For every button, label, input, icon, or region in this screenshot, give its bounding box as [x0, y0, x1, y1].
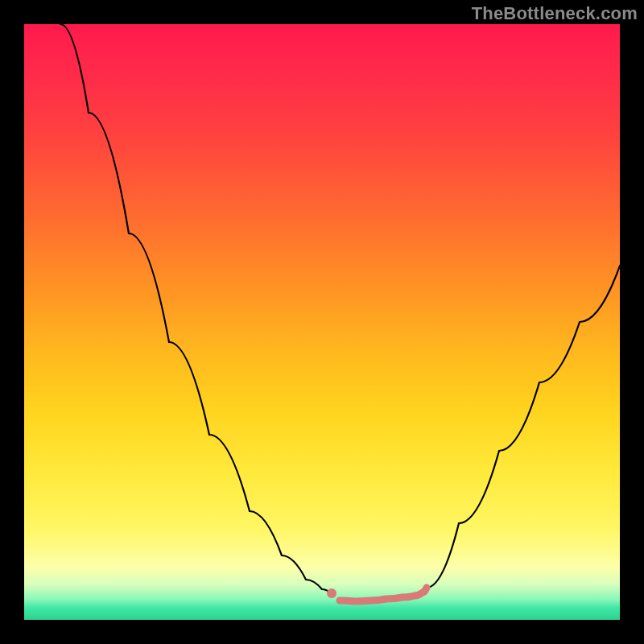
watermark-text: TheBottleneck.com	[472, 3, 638, 24]
curve-right	[427, 266, 620, 588]
flat-segment	[340, 588, 427, 601]
marker-dot	[327, 588, 336, 598]
curve-left	[60, 24, 330, 592]
plot-area	[24, 24, 620, 620]
chart-svg	[24, 24, 620, 620]
chart-frame: TheBottleneck.com	[0, 0, 644, 644]
